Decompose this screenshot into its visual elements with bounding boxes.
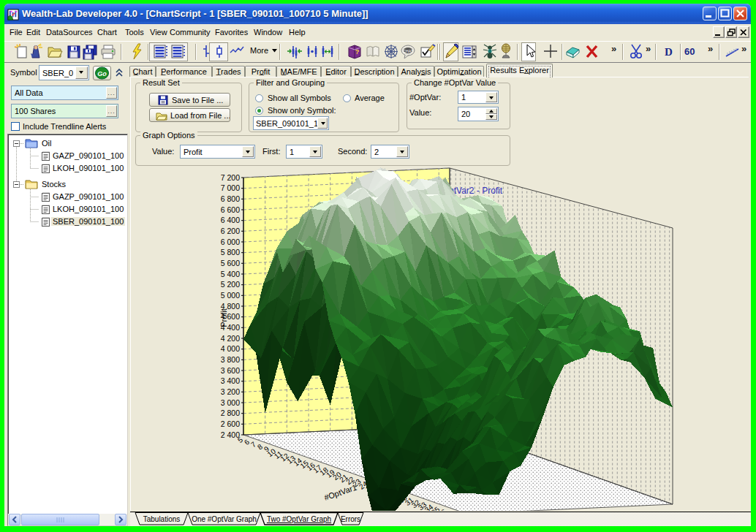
svg-text:Go: Go — [97, 70, 107, 77]
svg-text:CHAT: CHAT — [403, 49, 414, 53]
svg-text:5 600: 5 600 — [221, 259, 240, 267]
svg-text:2 600: 2 600 — [221, 419, 240, 428]
svg-text:4 200: 4 200 — [221, 334, 240, 343]
svg-text:3 200: 3 200 — [221, 387, 240, 396]
svg-text:6 000: 6 000 — [221, 238, 240, 246]
svg-text:5 000: 5 000 — [221, 291, 240, 300]
svg-text:6 800: 6 800 — [221, 194, 240, 203]
svg-text:One #OptVar Graph: One #OptVar Graph — [192, 515, 257, 523]
svg-text:5 800: 5 800 — [221, 248, 240, 256]
svg-text:6 400: 6 400 — [221, 216, 240, 224]
svg-text:7 000: 7 000 — [221, 183, 240, 192]
svg-text:Two #OptVar Graph: Two #OptVar Graph — [267, 515, 331, 523]
svg-text:4 000: 4 000 — [221, 344, 240, 353]
svg-text:6 600: 6 600 — [221, 205, 240, 214]
svg-text:Profit: Profit — [219, 308, 228, 327]
svg-text:7 200: 7 200 — [221, 173, 240, 182]
svg-text:2 800: 2 800 — [221, 408, 240, 417]
svg-text:Tabulations: Tabulations — [143, 515, 181, 523]
svg-text:5 200: 5 200 — [221, 280, 240, 289]
svg-text:#OptVar1: #OptVar1 — [323, 482, 358, 501]
svg-text:3 000: 3 000 — [221, 398, 240, 407]
svg-text:Errors: Errors — [341, 515, 360, 523]
svg-text:6 200: 6 200 — [221, 227, 240, 235]
svg-text:3 600: 3 600 — [221, 366, 240, 375]
svg-text:?: ? — [355, 48, 360, 56]
svg-text:5 400: 5 400 — [221, 270, 240, 278]
svg-text:3 400: 3 400 — [221, 376, 240, 385]
svg-text:3 800: 3 800 — [221, 355, 240, 364]
